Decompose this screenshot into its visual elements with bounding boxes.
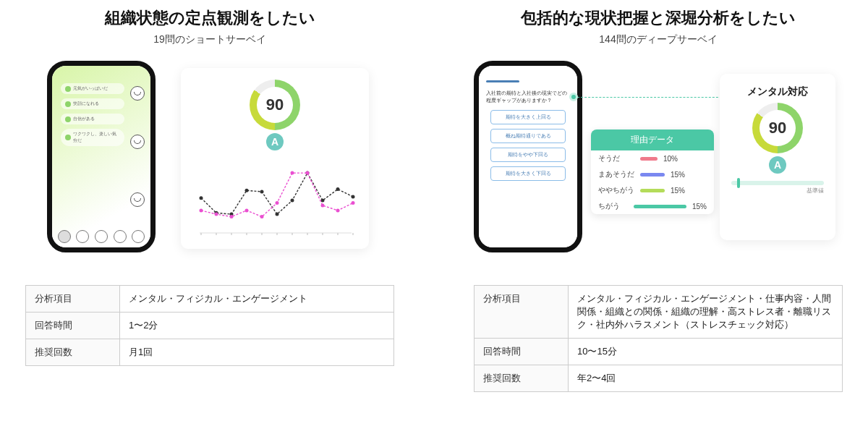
reason-data-card: 理由データ そうだ10%まあそうだ15%ややちがう15%ちがう15% [591,129,714,214]
phone-mockup: 元気がいっぱいだ 笑顔になれる 自信がある ワクワクし、楽しい気分だ [47,61,156,252]
answer-option: 期待をやや下回る [490,148,566,162]
svg-point-18 [306,171,310,175]
svg-point-10 [352,195,355,198]
svg-point-20 [336,208,340,212]
phone-mockup: 入社前の期待と入社後の現実でどの程度ギャップがありますか？ 期待を大きく上回る … [474,61,582,252]
short-title: 組織状態の定点観測をしたい [25,7,394,29]
baseline-label: 基準値 [731,187,824,195]
svg-point-21 [352,201,355,205]
svg-point-8 [321,199,325,203]
reason-row: まあそうだ15% [591,166,714,182]
survey-bubble: 笑顔になれる [61,98,124,109]
svg-point-0 [200,196,203,200]
table-row: 推奨回数月1回 [26,339,394,366]
survey-bubble: ワクワクし、楽しい気分だ [61,129,124,146]
score-grade: A [266,133,284,150]
reason-row: そうだ10% [591,150,714,166]
survey-bubble: 元気がいっぱいだ [61,83,124,94]
deep-title: 包括的な現状把握と深堀分析をしたい [474,7,843,29]
score-value: 90 [257,87,293,123]
deep-subtitle: 144問のディープサーベイ [474,33,843,46]
baseline-slider [731,181,824,185]
short-spec-table: 分析項目メンタル・フィジカル・エンゲージメント 回答時間1〜2分 推奨回数月1回 [25,285,394,366]
svg-point-16 [276,201,279,205]
mental-card: メンタル対応 90 A 基準値 [720,74,835,240]
svg-point-17 [291,171,294,175]
svg-point-3 [245,189,249,192]
svg-point-15 [260,215,264,218]
svg-point-14 [245,208,249,212]
deep-survey-column: 包括的な現状把握と深堀分析をしたい 144問のディープサーベイ 入社前の期待と入… [474,7,843,392]
answer-option: 期待を大きく上回る [490,110,566,124]
short-subtitle: 19問のショートサーベイ [25,33,394,46]
score-gauge: 90 [752,103,803,153]
reason-data-title: 理由データ [591,129,714,150]
reason-row: ちがう15% [591,198,714,214]
svg-point-19 [321,204,325,208]
trend-line-chart [192,161,357,247]
connector-dot-icon [569,93,578,101]
svg-point-9 [336,187,340,191]
question-text: 入社前の期待と入社後の現実でどの程度ギャップがありますか？ [486,90,570,104]
result-card: 90 A [181,68,369,249]
svg-point-5 [276,213,279,216]
svg-point-4 [260,190,264,194]
survey-bubble: 自信がある [61,114,124,124]
score-grade: A [769,156,786,174]
answer-option: 期待を大きく下回る [490,166,566,181]
deep-spec-table: 分析項目メンタル・フィジカル・エンゲージメント・仕事内容・人間関係・組織との関係… [474,285,843,392]
svg-point-13 [230,215,234,218]
svg-point-6 [291,199,294,203]
svg-point-11 [200,208,203,212]
reason-row: ややちがう15% [591,182,714,198]
answer-option: 概ね期待通りである [490,129,566,143]
table-row: 回答時間10〜15分 [475,339,843,365]
svg-point-12 [215,213,218,216]
deep-illustration: 入社前の期待と入社後の現実でどの程度ギャップがありますか？ 期待を大きく上回る … [474,61,843,263]
mental-title: メンタル対応 [731,85,824,98]
score-value: 90 [760,110,796,146]
table-row: 分析項目メンタル・フィジカル・エンゲージメント・仕事内容・人間関係・組織との関係… [475,286,843,339]
short-illustration: 元気がいっぱいだ 笑顔になれる 自信がある ワクワクし、楽しい気分だ 90 [25,61,394,263]
short-survey-column: 組織状態の定点観測をしたい 19問のショートサーベイ 元気がいっぱいだ 笑顔にな… [25,7,394,366]
emoji-scale [52,230,150,243]
score-gauge: 90 [250,80,300,130]
table-row: 分析項目メンタル・フィジカル・エンゲージメント [26,286,394,313]
table-row: 回答時間1〜2分 [26,313,394,339]
table-row: 推奨回数年2〜4回 [475,365,843,392]
